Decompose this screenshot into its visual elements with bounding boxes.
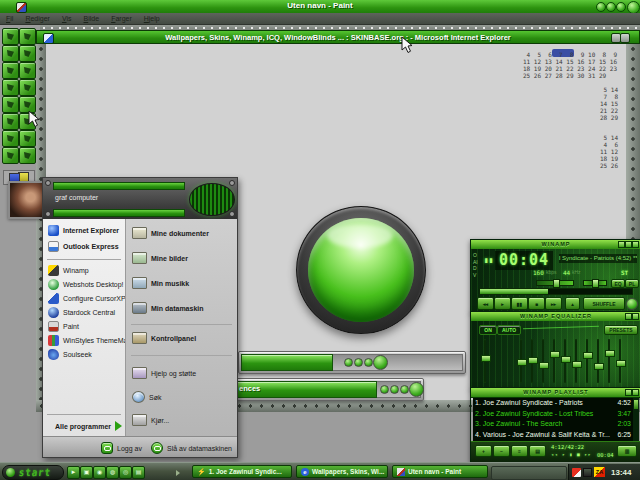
log-off-button[interactable]: Logg av xyxy=(101,442,142,454)
start-item-help-support[interactable]: Hjelp og støtte xyxy=(132,367,196,379)
playlist-listopts-button[interactable]: ▥ xyxy=(617,445,637,457)
repeat-button[interactable] xyxy=(626,298,638,310)
tray-icon-app[interactable] xyxy=(583,468,592,477)
quick-launch-button-5[interactable]: ◎ xyxy=(119,466,132,479)
paint-menu-farger[interactable]: Farger xyxy=(111,15,132,22)
winamp-main-window[interactable]: WINAMP OAIDV ▮▮ 00:04 l Syndicate - Patr… xyxy=(470,239,640,313)
quick-launch-button-6[interactable]: ▤ xyxy=(132,466,145,479)
zonealarm-tray-icon[interactable]: ZA xyxy=(594,467,605,477)
playlist-item[interactable]: 2.Joe Zawinul Syndicate - Lost Tribes3:4… xyxy=(473,409,633,420)
start-item-my-pictures[interactable]: Mine bilder xyxy=(132,252,188,264)
winamp-shade-button[interactable] xyxy=(625,241,632,248)
big-green-button[interactable] xyxy=(296,206,426,334)
paint-minimize-button[interactable] xyxy=(596,2,606,12)
paint-maximize-button[interactable] xyxy=(606,2,616,12)
polygon-tool-button[interactable] xyxy=(19,130,36,147)
start-button[interactable]: start xyxy=(2,465,64,480)
text-tool-button[interactable] xyxy=(19,96,36,113)
rounded-rect-tool-button[interactable] xyxy=(19,147,36,164)
playlist-item[interactable]: 3.Joe Zawinul - The Search2:03 xyxy=(473,419,633,430)
quick-launch-button-3[interactable]: ◉ xyxy=(93,466,106,479)
playlist-item[interactable]: 1.Joe Zawinul Syndicate - Patriots4:52 xyxy=(473,398,633,409)
shuffle-button[interactable]: SHUFFLE xyxy=(583,297,625,310)
winamp-time-display[interactable]: 00:04 xyxy=(495,251,553,270)
playlist-close-button[interactable] xyxy=(632,389,639,396)
eq-band-slider[interactable] xyxy=(517,339,525,383)
start-item-my-documents[interactable]: Mine dokumenter xyxy=(132,227,209,239)
winamp-minimize-button[interactable] xyxy=(618,241,625,248)
pause-button[interactable]: ▮▮ xyxy=(511,297,528,310)
taskbar-task-paint[interactable]: Uten navn - Paint xyxy=(392,465,488,478)
playlist-scrollbar-thumb[interactable] xyxy=(634,400,638,409)
eject-button[interactable]: ▴ xyxy=(565,297,580,310)
eq-band-slider[interactable] xyxy=(583,339,591,383)
playlist-add-button[interactable]: + xyxy=(475,445,492,457)
eq-band-slider[interactable] xyxy=(572,339,580,383)
color-picker-tool-button[interactable] xyxy=(2,62,19,79)
paint-menu-hjelp[interactable]: Hjelp xyxy=(144,15,160,22)
balance-slider-thumb[interactable] xyxy=(592,279,599,288)
start-item-webshots[interactable]: Webshots Desktop! xyxy=(48,279,124,290)
start-item-paint[interactable]: Paint xyxy=(48,321,79,332)
quick-launch-button-2[interactable]: ▣ xyxy=(80,466,93,479)
eq-band-slider[interactable] xyxy=(616,339,624,383)
balance-slider[interactable] xyxy=(583,280,607,286)
magnifier-tool-button[interactable] xyxy=(19,62,36,79)
eq-band-slider[interactable] xyxy=(528,339,536,383)
line-tool-button[interactable] xyxy=(2,113,19,130)
volume-slider[interactable] xyxy=(536,280,574,286)
playlist-list[interactable]: 1.Joe Zawinul Syndicate - Patriots4:52 2… xyxy=(473,398,633,441)
brush-tool-button[interactable] xyxy=(19,79,36,96)
tray-icon-red[interactable] xyxy=(572,468,581,477)
quick-launch-button-4[interactable]: ◍ xyxy=(106,466,119,479)
start-item-winamp[interactable]: Winamp xyxy=(48,265,89,276)
ie-titlebar[interactable]: Wallpapers, Skins, Winamp, ICQ, WindowBl… xyxy=(36,30,640,44)
eq-auto-button[interactable]: AUTO xyxy=(497,325,521,335)
quick-launch-button-1[interactable]: ► xyxy=(67,466,80,479)
start-item-soulseek[interactable]: Soulseek xyxy=(48,349,92,360)
eq-band-slider[interactable] xyxy=(539,339,547,383)
eq-shade-button[interactable] xyxy=(625,313,632,320)
playlist-mini-transport[interactable]: ◂◂ ▸ ▮ ■ ▸▸ xyxy=(551,452,592,457)
taskbar-task-ie[interactable]: e Wallpapers, Skins, Wi... xyxy=(296,465,388,478)
playlist-item[interactable]: 4.Various - Joe Zawinul & Salif Keita & … xyxy=(473,430,633,441)
eq-band-slider[interactable] xyxy=(594,339,602,383)
start-item-outlook-express[interactable]: Outlook Express xyxy=(48,241,119,252)
eq-band-slider[interactable] xyxy=(550,339,558,383)
paint-menu-rediger[interactable]: Rediger xyxy=(25,15,50,22)
paint-menu-vis[interactable]: Vis xyxy=(62,15,72,22)
play-button[interactable]: ▸ xyxy=(494,297,511,310)
rectangle-tool-button[interactable] xyxy=(2,130,19,147)
ellipse-tool-button[interactable] xyxy=(2,147,19,164)
start-item-my-computer[interactable]: Min datamaskin xyxy=(132,302,204,314)
eq-band-slider[interactable] xyxy=(605,339,613,383)
winamp-track-title[interactable]: l Syndicate - Patriots (4:52) *** xyxy=(559,254,637,263)
start-item-run[interactable]: Kjør... xyxy=(132,414,169,426)
eq-toggle-button[interactable]: EQ xyxy=(611,279,625,288)
select-tool-button[interactable] xyxy=(19,28,36,45)
playlist-scrollbar[interactable] xyxy=(633,398,639,441)
quick-launch-expand-arrow-icon[interactable] xyxy=(176,470,180,476)
curve-tool-button[interactable] xyxy=(19,113,36,130)
fill-tool-button[interactable] xyxy=(19,45,36,62)
prev-button[interactable]: ◂◂ xyxy=(477,297,494,310)
all-programs-button[interactable]: Alle programmer xyxy=(55,421,122,431)
pencil-tool-button[interactable] xyxy=(2,79,19,96)
winamp-playlist-window[interactable]: WINAMP PLAYLIST 1.Joe Zawinul Syndicate … xyxy=(470,387,640,463)
volume-slider-thumb[interactable] xyxy=(553,279,560,288)
stop-button[interactable]: ■ xyxy=(528,297,545,310)
eq-band-slider[interactable] xyxy=(561,339,569,383)
playlist-misc-button[interactable]: ▤ xyxy=(529,445,546,457)
eq-presets-button[interactable]: PRESETS xyxy=(604,325,638,335)
start-item-control-panel[interactable]: Kontrollpanel xyxy=(132,332,196,344)
paint-titlebar[interactable]: Uten navn - Paint xyxy=(0,0,640,14)
eq-close-button[interactable] xyxy=(632,313,639,320)
winamp-playlist-titlebar[interactable]: WINAMP PLAYLIST xyxy=(471,388,640,398)
start-item-my-music[interactable]: Min musikk xyxy=(132,277,189,289)
taskbar-clock[interactable]: 13:44 xyxy=(611,468,631,477)
seek-bar[interactable] xyxy=(479,288,633,295)
winamp-equalizer-window[interactable]: WINAMP EQUALIZER ON AUTO PRESETS xyxy=(470,311,640,389)
start-item-stardock-central[interactable]: Stardock Central xyxy=(48,307,115,318)
pl-toggle-button[interactable]: PL xyxy=(625,279,639,288)
playlist-remove-button[interactable]: − xyxy=(493,445,510,457)
